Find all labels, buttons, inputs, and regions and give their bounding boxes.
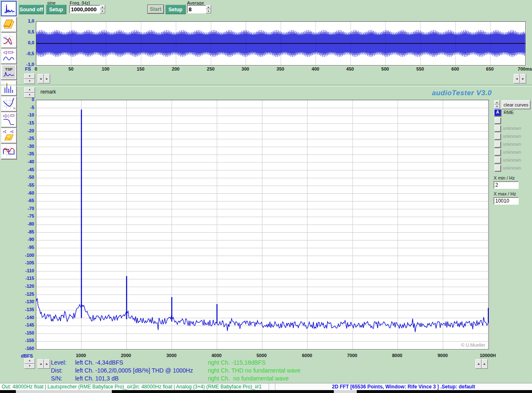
unknown-curve-checkbox[interactable] [494,165,501,171]
x-min-input[interactable] [494,181,519,189]
unknown-curve-label: unknown [503,150,521,155]
fft-x-tick: 8000 [385,353,410,358]
unknown-curve-checkbox[interactable] [494,133,501,139]
spin-up-icon[interactable]: ▲ [24,74,35,79]
waterfall-3d-icon-button[interactable] [1,17,17,32]
fft-spectrum-icon-button[interactable] [1,1,17,16]
scope-scroll-left-right[interactable]: ◄ ► [38,74,50,84]
arrow-left-icon[interactable]: ◄ [38,74,44,84]
fft-y-tick: -20 [17,128,34,133]
arrow-right-icon[interactable]: ► [520,74,526,84]
unknown-curve-checkbox[interactable] [494,125,501,132]
spectrum-peaks-icon [2,81,15,94]
fft-y-tick: -50 [17,175,34,180]
unknown-curve-checkbox[interactable] [494,157,501,163]
svg-text:TSP: TSP [5,67,13,71]
spin-up-icon[interactable]: ▲ [100,5,105,9]
scope-y-tick: -0,5 [18,51,34,56]
scope-scroll-right-pair[interactable]: ◄ ► [514,74,526,84]
generator-setup-button[interactable]: Setup [46,5,66,14]
start-button[interactable]: Start [147,5,164,14]
spectrum-peaks-icon-button[interactable] [1,80,17,96]
scope-x-tick: 650 [479,66,500,71]
speaker-lowpass-icon-button[interactable] [1,48,17,64]
unknown-curve-checkbox[interactable] [494,149,501,155]
scope-waveform [36,22,525,65]
unknown-curve-label: unknown [503,134,521,139]
scope-x-tick: 600 [445,66,466,71]
fft-y-tick: -45 [17,167,34,172]
arrow-right-icon[interactable]: ► [44,359,50,369]
curve-b-checkbox[interactable] [494,117,501,124]
analyzer-setup-button[interactable]: Setup [165,5,186,14]
status-input-device: In: 48000Hz float | Analog (3+4) (RME Ba… [133,383,269,390]
spin-down-icon[interactable]: ▼ [100,9,105,13]
spin-up-icon[interactable]: ▲ [206,5,211,9]
arrow-right-icon[interactable]: ► [44,74,50,84]
impedance-icon-button[interactable]: ω [1,96,17,112]
fft-scroll-left-pair[interactable]: ◄ ► [38,359,50,369]
fft-scroll-right-pair[interactable]: ◄ ► [475,359,488,369]
fft-y-tick: -55 [17,183,34,188]
distortion-icon [2,145,15,158]
spin-up-icon[interactable]: ▲ [24,358,35,364]
status-bar: Out: 48000Hz float | Lautsprecher (RME B… [0,383,532,390]
fft-y-tick: -100 [17,253,34,258]
arrow-right-icon[interactable]: ► [482,359,488,369]
arrow-left-icon[interactable]: ◄ [475,359,482,369]
sound-off-button[interactable]: Sound off [19,5,44,14]
x-max-input[interactable] [494,197,519,205]
tsp-icon-button[interactable]: TSP [1,64,17,80]
fft-y-tick: -90 [17,237,34,242]
spin-up-icon[interactable]: ▲ [24,87,35,93]
speaker-lowpass-icon [2,50,15,63]
arrow-left-icon[interactable]: ◄ [38,359,44,369]
fft-x-tick: 2000 [113,353,139,358]
speaker-response-icon [2,113,15,126]
clear-curves-button[interactable]: clear curves [502,100,530,109]
fft-y-tick: -35 [17,151,34,156]
frequency-spinner[interactable]: ▲ ▼ [100,5,105,13]
fft-vertical-spinner[interactable]: ▲ ▼ [24,358,35,369]
spin-down-icon[interactable]: ▼ [206,9,211,13]
remark-label: remark [40,89,56,95]
dist-label: Dist: [51,367,63,374]
x-min-label: X min / Hz [494,175,515,180]
taskbar-segment [334,390,357,393]
distortion-icon-button[interactable] [1,144,17,159]
fft-y-tick: -130 [17,299,34,304]
speaker-response-icon-button[interactable] [1,112,17,127]
curve-select-spinner[interactable]: ▲ ▼ [494,100,500,108]
spin-down-icon[interactable]: ▼ [24,79,35,84]
fft-y-tick: -135 [17,307,34,312]
taskbar-segment [16,390,112,393]
remark-spinner[interactable]: ▲ ▼ [24,87,35,98]
frequency-input[interactable] [69,5,100,13]
scope-plot [36,21,526,66]
tsp-icon: TSP [2,66,15,79]
average-spinner[interactable]: ▲ ▼ [206,5,211,13]
scope-vertical-spinner[interactable]: ▲ ▼ [24,74,35,84]
curves-icon-button[interactable] [1,33,17,48]
unknown-curve-checkbox[interactable] [494,141,501,147]
fft-y-tick: -155 [17,338,34,343]
fft-y-tick: -145 [17,322,34,327]
fft-y-tick: 0 [17,97,34,102]
fft-y-tick: -40 [17,159,34,164]
scope-x-tick: 350 [270,66,291,71]
sn-right: right Ch. no fundamental wave [208,375,289,382]
curve-a-checkbox[interactable]: A [494,109,501,116]
spin-down-icon[interactable]: ▼ [494,104,500,109]
unknown-curve-label: unknown [503,126,521,131]
average-input[interactable] [187,5,206,13]
fft-y-tick: -70 [17,206,34,211]
fft-x-tick: 1000 [68,353,93,358]
fft-y-tick: -25 [17,136,34,141]
speaker-3d-icon-button[interactable] [1,128,17,143]
level-left: left Ch. -4,34dBFS [75,359,123,366]
spin-up-icon[interactable]: ▲ [494,100,500,104]
arrow-left-icon[interactable]: ◄ [514,74,520,84]
dist-left: left Ch. -106,2/0,0005 [dB/%] THD @ 1000… [75,367,193,374]
scope-y-tick: 0,5 [18,29,34,34]
spin-down-icon[interactable]: ▼ [24,364,35,369]
